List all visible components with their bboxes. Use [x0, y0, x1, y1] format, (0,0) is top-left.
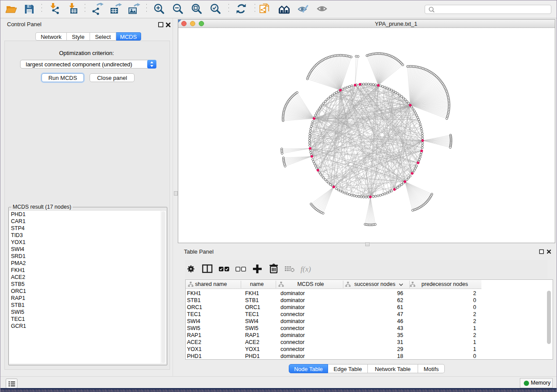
svg-text:f(x): f(x) [301, 265, 311, 273]
